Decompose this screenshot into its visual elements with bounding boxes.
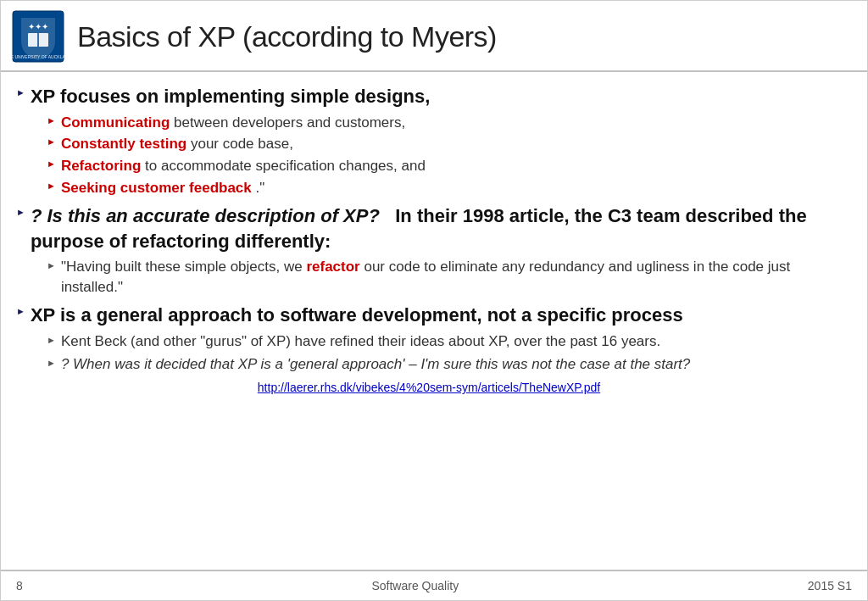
sub-4-rest: ." [256, 180, 265, 196]
bullet-3: ► XP is a general approach to software d… [16, 303, 842, 328]
sub-arrow-4: ► [47, 181, 56, 191]
sub-arrow-7: ► [47, 358, 56, 368]
sub-arrow-1: ► [47, 115, 56, 125]
bullet-1-sub-2: ► Constantly testing your code base, [47, 134, 842, 154]
footer: 8 Software Quality 2015 S1 [1, 570, 867, 600]
sub-6-text: Kent Beck (and other "gurus" of XP) have… [61, 331, 660, 352]
svg-text:THE UNIVERSITY OF AUCKLAND: THE UNIVERSITY OF AUCKLAND [11, 54, 65, 59]
sub-7-text: ? When was it decided that XP is a 'gene… [61, 354, 690, 375]
sub-3-text: Refactoring to accommodate specification… [61, 156, 426, 176]
sub-5-text: "Having built these simple objects, we r… [61, 257, 842, 298]
bullet-2-arrow: ► [16, 207, 25, 217]
footer-page-number: 8 [16, 579, 23, 593]
slide-title: Basics of XP (according to Myers) [77, 20, 497, 53]
sub-1-red: Communicating [61, 114, 170, 131]
bullet-1-text: XP focuses on implementing simple design… [31, 84, 431, 109]
footer-right-text: 2015 S1 [808, 579, 852, 593]
bullet-3-arrow: ► [16, 306, 25, 316]
sub-arrow-3: ► [47, 159, 56, 169]
bullet-2-text: ? Is this an accurate description of XP?… [31, 203, 842, 253]
sub-3-red: Refactoring [61, 158, 141, 174]
sub-2-rest: your code base, [191, 136, 293, 152]
bullet-2-italic: ? Is this an accurate description of XP? [31, 205, 380, 226]
bullet-3-sub-2: ► ? When was it decided that XP is a 'ge… [47, 354, 842, 375]
sub-1-rest: between developers and customers, [174, 114, 405, 131]
header: ✦✦✦ THE UNIVERSITY OF AUCKLAND Basics of… [1, 1, 867, 72]
svg-text:✦✦✦: ✦✦✦ [28, 22, 48, 31]
bullet-1-arrow: ► [16, 87, 25, 97]
bullet-2-sub-1: ► "Having built these simple objects, we… [47, 257, 842, 298]
sub-arrow-2: ► [47, 136, 56, 147]
sub-5-red: refactor [306, 259, 359, 275]
bullet-2: ► ? Is this an accurate description of X… [16, 203, 842, 253]
sub-arrow-6: ► [47, 335, 56, 345]
bullet-1: ► XP focuses on implementing simple desi… [16, 84, 842, 109]
sub-2-red: Constantly testing [61, 136, 186, 152]
sub-5-before: "Having built these simple objects, we [61, 259, 307, 275]
sub-arrow-5: ► [47, 260, 56, 270]
link-container: http://laerer.rhs.dk/vibekes/4%20sem-sym… [16, 380, 842, 395]
bullet-1-sub-1: ► Communicating between developers and c… [47, 113, 842, 133]
bullet-3-sub-1: ► Kent Beck (and other "gurus" of XP) ha… [47, 331, 842, 352]
sub-2-text: Constantly testing your code base, [61, 134, 293, 154]
main-content: ► XP focuses on implementing simple desi… [1, 72, 867, 570]
university-logo: ✦✦✦ THE UNIVERSITY OF AUCKLAND [11, 9, 65, 64]
slide-container: ✦✦✦ THE UNIVERSITY OF AUCKLAND Basics of… [0, 0, 868, 601]
footer-center-text: Software Quality [371, 579, 459, 593]
sub-4-text: Seeking customer feedback ." [61, 178, 264, 198]
sub-4-red: Seeking customer feedback [61, 180, 252, 196]
reference-link[interactable]: http://laerer.rhs.dk/vibekes/4%20sem-sym… [258, 381, 600, 394]
bullet-1-sub-4: ► Seeking customer feedback ." [47, 178, 842, 198]
bullet-1-sub-3: ► Refactoring to accommodate specificati… [47, 156, 842, 176]
sub-1-text: Communicating between developers and cus… [61, 113, 405, 133]
sub-3-rest: to accommodate specification changes, an… [145, 158, 426, 174]
bullet-3-text: XP is a general approach to software dev… [31, 303, 683, 328]
